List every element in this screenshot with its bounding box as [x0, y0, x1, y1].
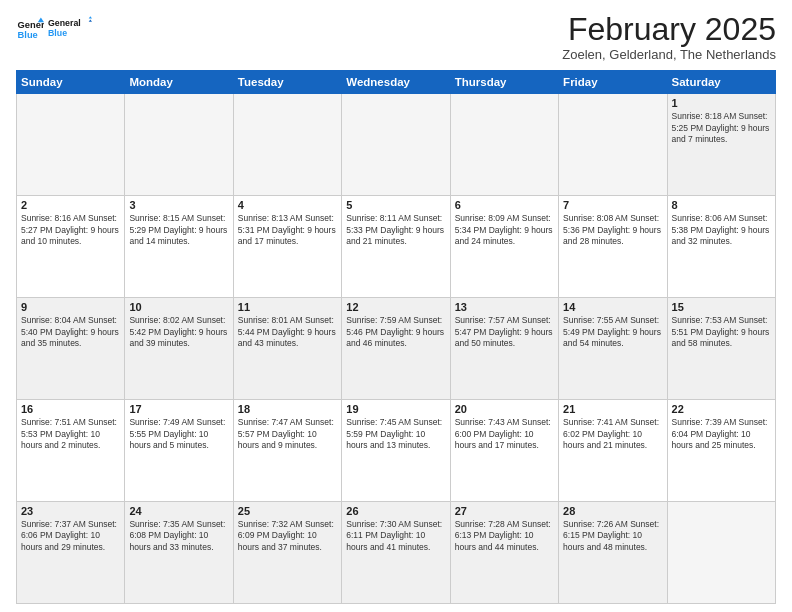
calendar-cell [17, 94, 125, 196]
calendar-cell: 15Sunrise: 7:53 AM Sunset: 5:51 PM Dayli… [667, 298, 775, 400]
col-tuesday: Tuesday [233, 71, 341, 94]
day-info: Sunrise: 8:16 AM Sunset: 5:27 PM Dayligh… [21, 213, 120, 247]
day-number: 14 [563, 301, 662, 313]
calendar-cell: 19Sunrise: 7:45 AM Sunset: 5:59 PM Dayli… [342, 400, 450, 502]
calendar-week-row: 23Sunrise: 7:37 AM Sunset: 6:06 PM Dayli… [17, 502, 776, 604]
calendar-cell: 3Sunrise: 8:15 AM Sunset: 5:29 PM Daylig… [125, 196, 233, 298]
day-number: 8 [672, 199, 771, 211]
day-info: Sunrise: 8:08 AM Sunset: 5:36 PM Dayligh… [563, 213, 662, 247]
calendar-cell: 24Sunrise: 7:35 AM Sunset: 6:08 PM Dayli… [125, 502, 233, 604]
col-thursday: Thursday [450, 71, 558, 94]
day-info: Sunrise: 7:39 AM Sunset: 6:04 PM Dayligh… [672, 417, 771, 451]
calendar-cell [667, 502, 775, 604]
day-info: Sunrise: 8:18 AM Sunset: 5:25 PM Dayligh… [672, 111, 771, 145]
day-info: Sunrise: 8:11 AM Sunset: 5:33 PM Dayligh… [346, 213, 445, 247]
day-number: 22 [672, 403, 771, 415]
calendar-cell: 25Sunrise: 7:32 AM Sunset: 6:09 PM Dayli… [233, 502, 341, 604]
calendar-week-row: 1Sunrise: 8:18 AM Sunset: 5:25 PM Daylig… [17, 94, 776, 196]
day-info: Sunrise: 7:32 AM Sunset: 6:09 PM Dayligh… [238, 519, 337, 553]
calendar-cell: 7Sunrise: 8:08 AM Sunset: 5:36 PM Daylig… [559, 196, 667, 298]
calendar-week-row: 2Sunrise: 8:16 AM Sunset: 5:27 PM Daylig… [17, 196, 776, 298]
day-number: 17 [129, 403, 228, 415]
day-info: Sunrise: 7:51 AM Sunset: 5:53 PM Dayligh… [21, 417, 120, 451]
day-info: Sunrise: 8:15 AM Sunset: 5:29 PM Dayligh… [129, 213, 228, 247]
day-number: 5 [346, 199, 445, 211]
calendar-cell: 26Sunrise: 7:30 AM Sunset: 6:11 PM Dayli… [342, 502, 450, 604]
day-number: 10 [129, 301, 228, 313]
day-number: 3 [129, 199, 228, 211]
calendar-cell [559, 94, 667, 196]
day-info: Sunrise: 7:26 AM Sunset: 6:15 PM Dayligh… [563, 519, 662, 553]
day-number: 25 [238, 505, 337, 517]
calendar-week-row: 16Sunrise: 7:51 AM Sunset: 5:53 PM Dayli… [17, 400, 776, 502]
day-info: Sunrise: 7:45 AM Sunset: 5:59 PM Dayligh… [346, 417, 445, 451]
calendar-cell: 6Sunrise: 8:09 AM Sunset: 5:34 PM Daylig… [450, 196, 558, 298]
day-number: 20 [455, 403, 554, 415]
calendar-cell: 20Sunrise: 7:43 AM Sunset: 6:00 PM Dayli… [450, 400, 558, 502]
day-number: 28 [563, 505, 662, 517]
day-number: 12 [346, 301, 445, 313]
day-info: Sunrise: 7:59 AM Sunset: 5:46 PM Dayligh… [346, 315, 445, 349]
day-info: Sunrise: 7:35 AM Sunset: 6:08 PM Dayligh… [129, 519, 228, 553]
calendar-cell: 12Sunrise: 7:59 AM Sunset: 5:46 PM Dayli… [342, 298, 450, 400]
day-number: 7 [563, 199, 662, 211]
day-info: Sunrise: 8:06 AM Sunset: 5:38 PM Dayligh… [672, 213, 771, 247]
day-number: 9 [21, 301, 120, 313]
day-number: 2 [21, 199, 120, 211]
calendar-cell [233, 94, 341, 196]
calendar-cell: 18Sunrise: 7:47 AM Sunset: 5:57 PM Dayli… [233, 400, 341, 502]
col-sunday: Sunday [17, 71, 125, 94]
day-info: Sunrise: 7:30 AM Sunset: 6:11 PM Dayligh… [346, 519, 445, 553]
day-number: 19 [346, 403, 445, 415]
day-number: 27 [455, 505, 554, 517]
calendar-cell: 16Sunrise: 7:51 AM Sunset: 5:53 PM Dayli… [17, 400, 125, 502]
day-number: 24 [129, 505, 228, 517]
calendar-cell [342, 94, 450, 196]
day-number: 23 [21, 505, 120, 517]
calendar-cell [125, 94, 233, 196]
day-info: Sunrise: 7:28 AM Sunset: 6:13 PM Dayligh… [455, 519, 554, 553]
calendar-cell: 8Sunrise: 8:06 AM Sunset: 5:38 PM Daylig… [667, 196, 775, 298]
svg-marker-5 [89, 16, 92, 18]
col-saturday: Saturday [667, 71, 775, 94]
calendar-cell: 4Sunrise: 8:13 AM Sunset: 5:31 PM Daylig… [233, 196, 341, 298]
calendar-cell: 23Sunrise: 7:37 AM Sunset: 6:06 PM Dayli… [17, 502, 125, 604]
logo: General Blue General Blue [16, 12, 92, 48]
location: Zoelen, Gelderland, The Netherlands [562, 47, 776, 62]
header-row: Sunday Monday Tuesday Wednesday Thursday… [17, 71, 776, 94]
day-number: 15 [672, 301, 771, 313]
day-info: Sunrise: 8:04 AM Sunset: 5:40 PM Dayligh… [21, 315, 120, 349]
day-info: Sunrise: 7:37 AM Sunset: 6:06 PM Dayligh… [21, 519, 120, 553]
svg-text:General: General [48, 18, 81, 28]
day-info: Sunrise: 7:55 AM Sunset: 5:49 PM Dayligh… [563, 315, 662, 349]
day-number: 4 [238, 199, 337, 211]
day-info: Sunrise: 7:49 AM Sunset: 5:55 PM Dayligh… [129, 417, 228, 451]
calendar-cell: 14Sunrise: 7:55 AM Sunset: 5:49 PM Dayli… [559, 298, 667, 400]
calendar-cell [450, 94, 558, 196]
day-number: 13 [455, 301, 554, 313]
calendar-cell: 2Sunrise: 8:16 AM Sunset: 5:27 PM Daylig… [17, 196, 125, 298]
day-info: Sunrise: 8:01 AM Sunset: 5:44 PM Dayligh… [238, 315, 337, 349]
svg-marker-6 [89, 20, 92, 22]
calendar-cell: 21Sunrise: 7:41 AM Sunset: 6:02 PM Dayli… [559, 400, 667, 502]
logo-icon: General Blue [16, 16, 44, 44]
calendar-cell: 22Sunrise: 7:39 AM Sunset: 6:04 PM Dayli… [667, 400, 775, 502]
calendar-cell: 1Sunrise: 8:18 AM Sunset: 5:25 PM Daylig… [667, 94, 775, 196]
header: General Blue General Blue February 2025 … [16, 12, 776, 62]
calendar-week-row: 9Sunrise: 8:04 AM Sunset: 5:40 PM Daylig… [17, 298, 776, 400]
day-number: 21 [563, 403, 662, 415]
page: General Blue General Blue February 2025 … [0, 0, 792, 612]
title-block: February 2025 Zoelen, Gelderland, The Ne… [562, 12, 776, 62]
col-monday: Monday [125, 71, 233, 94]
svg-text:Blue: Blue [48, 28, 67, 38]
day-info: Sunrise: 7:47 AM Sunset: 5:57 PM Dayligh… [238, 417, 337, 451]
svg-text:Blue: Blue [18, 30, 38, 40]
day-number: 11 [238, 301, 337, 313]
calendar-cell: 27Sunrise: 7:28 AM Sunset: 6:13 PM Dayli… [450, 502, 558, 604]
calendar-cell: 10Sunrise: 8:02 AM Sunset: 5:42 PM Dayli… [125, 298, 233, 400]
calendar-cell: 11Sunrise: 8:01 AM Sunset: 5:44 PM Dayli… [233, 298, 341, 400]
day-number: 16 [21, 403, 120, 415]
day-info: Sunrise: 7:41 AM Sunset: 6:02 PM Dayligh… [563, 417, 662, 451]
day-number: 1 [672, 97, 771, 109]
day-info: Sunrise: 8:13 AM Sunset: 5:31 PM Dayligh… [238, 213, 337, 247]
